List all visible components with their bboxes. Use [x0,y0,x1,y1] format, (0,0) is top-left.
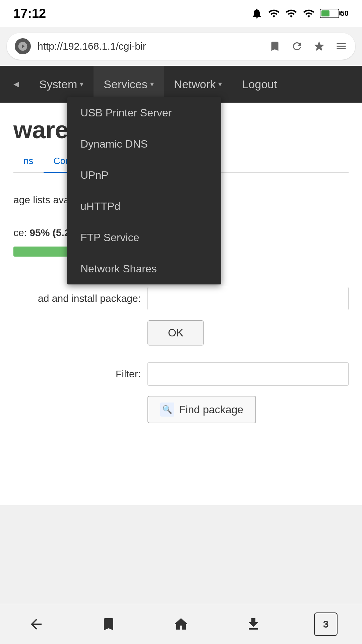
find-package-row: 🔍 Find package [147,396,349,423]
nav-item-logout[interactable]: Logout [232,66,287,103]
filter-row: Filter: [13,362,349,386]
nav-system-label: System [39,78,77,91]
nav-system-arrow: ▾ [80,80,83,89]
find-package-btn-text: Find package [179,404,243,416]
dropdown-item-ftp[interactable]: FTP Service [67,222,221,253]
browser-chrome: http://192.168.1.1/cgi-bir [0,27,362,66]
tab-count-badge[interactable]: 3 [314,612,338,636]
site-favicon [15,38,31,54]
status-icons: 50 [251,7,349,19]
install-label: ad and install package: [13,293,141,304]
nav-services-arrow: ▾ [150,80,154,89]
nav-left-arrow: ◀ [13,80,19,89]
bookmark-icon[interactable] [269,40,281,52]
home-button[interactable] [161,611,201,638]
browser-actions [269,40,347,52]
install-input[interactable] [147,287,349,310]
signal-icon-1 [267,7,280,19]
refresh-icon[interactable] [291,40,303,52]
ok-button[interactable]: OK [147,320,204,345]
services-dropdown: USB Printer Server Dynamic DNS UPnP uHTT… [67,97,221,284]
dropdown-item-usb-printer[interactable]: USB Printer Server [67,97,221,128]
find-package-icon: 🔍 [160,402,174,417]
battery-indicator: 50 [320,9,349,18]
star-icon[interactable] [313,40,325,52]
bottom-nav: 3 [0,604,362,644]
alarm-icon [251,7,263,19]
filter-section: Filter: 🔍 Find package [13,362,349,423]
battery-text: 50 [341,9,349,18]
status-bar: 17:12 50 [0,0,362,27]
filter-input[interactable] [147,362,349,386]
wifi-icon [302,7,315,19]
download-button[interactable] [233,611,274,638]
dropdown-item-uhttpd[interactable]: uHTTPd [67,191,221,222]
install-package-section: ad and install package: OK [13,287,349,345]
nav-network-arrow: ▾ [218,80,222,89]
dropdown-item-network-shares[interactable]: Network Shares [67,253,221,284]
back-button[interactable] [16,611,56,638]
nav-item-arrow[interactable]: ◀ [3,66,29,103]
bookmarks-button[interactable] [88,611,129,638]
status-time: 17:12 [13,6,46,21]
signal-icon-2 [285,7,298,19]
nav-services-label: Services [104,78,147,91]
ok-row: OK [147,320,349,345]
tab-ns[interactable]: ns [13,150,44,173]
install-row: ad and install package: [13,287,349,310]
url-text[interactable]: http://192.168.1.1/cgi-bir [38,41,262,52]
menu-icon[interactable] [335,40,347,52]
address-bar[interactable]: http://192.168.1.1/cgi-bir [7,33,355,60]
dropdown-item-dynamic-dns[interactable]: Dynamic DNS [67,128,221,160]
filter-label: Filter: [13,368,141,380]
nav-logout-label: Logout [242,78,277,91]
dropdown-item-upnp[interactable]: UPnP [67,160,221,191]
find-package-button[interactable]: 🔍 Find package [147,396,256,423]
nav-network-label: Network [174,78,216,91]
tabs-button[interactable]: 3 [306,611,346,638]
